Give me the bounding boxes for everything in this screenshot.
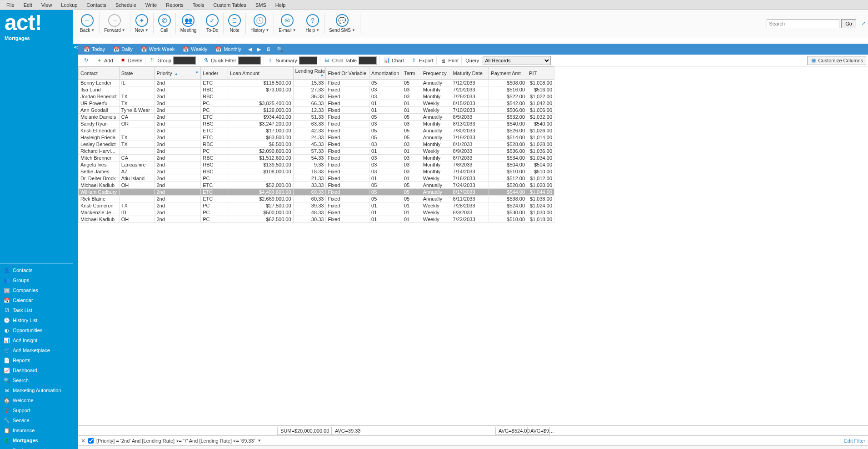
cell[interactable]: TX <box>119 141 155 148</box>
cell[interactable]: $544.00 <box>489 189 527 196</box>
sidebar-item-act-marketplace[interactable]: 🛒Act! Marketplace <box>0 345 73 355</box>
filter-dropdown-icon[interactable]: ▼ <box>258 439 261 443</box>
back-button[interactable]: ←Back▼ <box>75 13 100 34</box>
table-row[interactable]: Kristi Elmendorf2ndETC$17,000.0042.33Fix… <box>79 127 554 134</box>
cell[interactable]: $540.00 <box>489 121 527 127</box>
cell[interactable]: 48.33 <box>293 209 326 216</box>
cell[interactable]: OR <box>119 121 155 127</box>
table-row[interactable]: Kristi CameronTX2ndPC$27,500.0039.33Fixe… <box>79 202 554 209</box>
cell[interactable]: 01 <box>369 209 402 216</box>
cell[interactable]: 8/15/2033 <box>451 100 489 107</box>
cell[interactable]: $522.00 <box>489 93 527 100</box>
cell[interactable]: Monthly <box>421 168 451 175</box>
view-search-icon[interactable]: 🔍 <box>274 45 285 54</box>
table-row[interactable]: Mackenzie JensenID2ndPC$500,000.0048.33F… <box>79 209 554 216</box>
cell[interactable] <box>119 196 155 202</box>
cell[interactable]: 2nd <box>155 175 201 182</box>
quick-filter-button[interactable]: ⚗Quick Filter <box>200 55 264 66</box>
column-header-loan-amount[interactable]: Loan Amount <box>228 67 294 80</box>
cell[interactable]: $1,012.00 <box>527 175 554 182</box>
cell[interactable]: 45.33 <box>293 141 326 148</box>
view-prev-icon[interactable]: ◀ <box>246 45 254 54</box>
cell[interactable]: 03 <box>369 161 402 168</box>
column-header-frequency[interactable]: Frequency <box>421 67 451 80</box>
delete-button[interactable]: ✖Delete <box>117 56 146 65</box>
sidebar-item-mortgages[interactable]: 💲Mortgages <box>0 435 73 445</box>
cell[interactable]: Lesley Benedict <box>79 141 120 148</box>
cell[interactable] <box>119 189 155 196</box>
cell[interactable]: $526.00 <box>489 127 527 134</box>
cell[interactable]: 51.33 <box>293 114 326 121</box>
chart-button[interactable]: 📊Chart <box>381 56 407 65</box>
cell[interactable]: ETC <box>201 189 228 196</box>
meeting-button[interactable]: 👥Meeting <box>176 13 202 34</box>
cell[interactable]: 03 <box>402 161 421 168</box>
cell[interactable]: Kristi Cameron <box>79 202 120 209</box>
cell[interactable]: 27.33 <box>293 86 326 93</box>
cell[interactable]: 2nd <box>155 100 201 107</box>
cell[interactable]: Mitch Brenner <box>79 155 120 161</box>
cell[interactable]: 2nd <box>155 216 201 223</box>
cell[interactable]: ETC <box>201 80 228 86</box>
menu-tools[interactable]: Tools <box>188 1 209 9</box>
table-row[interactable]: Rick Blaine2ndETC$2,669,000.0060.33Fixed… <box>79 196 554 202</box>
cell[interactable]: Melanie Daniels <box>79 114 120 121</box>
cell[interactable]: Dr. Deiter Brock <box>79 175 120 182</box>
table-row[interactable]: Melanie DanielsCA2ndETC$934,400.0051.33F… <box>79 114 554 121</box>
table-row[interactable]: William Cadbury2ndETC$4,403,600.0069.33F… <box>79 189 554 196</box>
search-input[interactable] <box>767 19 839 28</box>
cell[interactable]: Fixed <box>326 182 369 189</box>
cell[interactable]: 7/18/2033 <box>451 134 489 141</box>
column-header-payment-amt[interactable]: Payment Amt <box>489 67 527 80</box>
group-button[interactable]: ⠿Group <box>146 55 199 66</box>
cell[interactable]: RBC <box>201 93 228 100</box>
cell[interactable]: OH <box>119 182 155 189</box>
cell[interactable]: PC <box>201 216 228 223</box>
cell[interactable]: RBC <box>201 121 228 127</box>
cell[interactable]: Rick Blaine <box>79 196 120 202</box>
cell[interactable]: $17,000.00 <box>228 127 294 134</box>
cell[interactable]: $1,006.00 <box>527 107 554 114</box>
cell[interactable]: Fixed <box>326 114 369 121</box>
cell[interactable]: Monthly <box>421 155 451 161</box>
cell[interactable]: TX <box>119 134 155 141</box>
cell[interactable]: 05 <box>402 182 421 189</box>
cell[interactable]: Jordan Benedict <box>79 93 120 100</box>
cell[interactable]: $1,042.00 <box>527 100 554 107</box>
cell[interactable]: 03 <box>402 121 421 127</box>
cell[interactable]: $516.00 <box>489 86 527 93</box>
cell[interactable]: 7/10/2033 <box>451 107 489 114</box>
menu-custom-tables[interactable]: Custom Tables <box>209 1 251 9</box>
cell[interactable]: Kristi Elmendorf <box>79 127 120 134</box>
cell[interactable]: 7/22/2033 <box>451 216 489 223</box>
cell[interactable]: 8/9/2033 <box>451 148 489 155</box>
refresh-button[interactable]: ↻ <box>80 56 92 65</box>
cell[interactable]: ETC <box>201 196 228 202</box>
cell[interactable]: PC <box>201 209 228 216</box>
cell[interactable]: Fixed <box>326 100 369 107</box>
call-button[interactable]: ✆Call <box>154 13 176 34</box>
table-row[interactable]: Jordan BenedictTX2ndRBC36.33Fixed0303Mon… <box>79 93 554 100</box>
view-next-icon[interactable]: ▶ <box>255 45 263 54</box>
cell[interactable]: 05 <box>369 114 402 121</box>
cell[interactable]: 01 <box>369 148 402 155</box>
print-button[interactable]: 🖨Print <box>438 56 462 65</box>
cell[interactable]: $536.00 <box>489 148 527 155</box>
add-button[interactable]: ＋Add <box>93 56 116 65</box>
cell[interactable]: Fixed <box>326 175 369 182</box>
cell[interactable]: 18.33 <box>293 168 326 175</box>
cell[interactable]: CA <box>119 155 155 161</box>
cell[interactable]: Atiu Island <box>119 175 155 182</box>
cell[interactable]: 01 <box>369 100 402 107</box>
view-date-picker-icon[interactable]: 🗓 <box>264 45 274 53</box>
cell[interactable]: Monthly <box>421 93 451 100</box>
table-row[interactable]: Michael KadlubOH2ndETC$52,000.0033.33Fix… <box>79 182 554 189</box>
cell[interactable]: $516.00 <box>527 86 554 93</box>
cell[interactable]: TX <box>119 100 155 107</box>
sidebar-collapse-button[interactable]: ≪ <box>73 44 78 449</box>
cell[interactable]: 03 <box>402 155 421 161</box>
cell[interactable]: RBC <box>201 86 228 93</box>
cell[interactable]: 01 <box>402 216 421 223</box>
cell[interactable]: Fixed <box>326 107 369 114</box>
cell[interactable]: RBC <box>201 141 228 148</box>
